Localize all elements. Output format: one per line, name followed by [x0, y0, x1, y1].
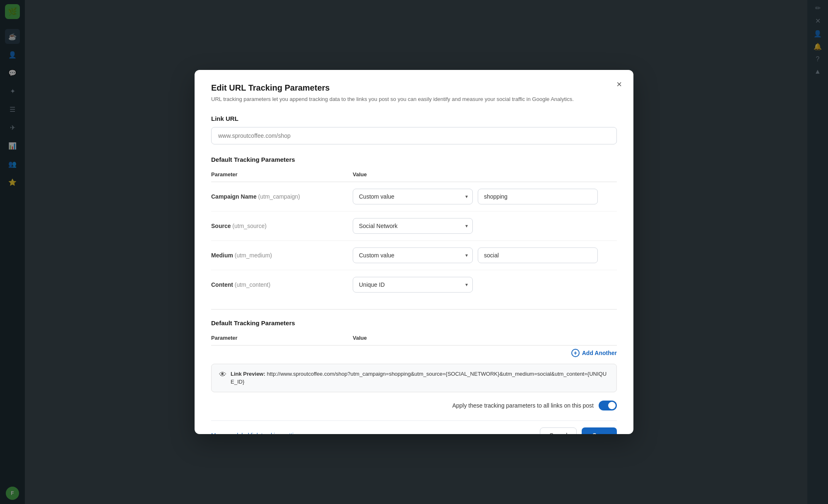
table-row: Content (utm_content) Custom value Socia… [211, 270, 617, 299]
campaign-value-fields: Custom value Social Network Unique ID Po… [353, 189, 617, 204]
medium-value-fields: Custom value Social Network Unique ID Po… [353, 247, 617, 263]
table-row: Medium (utm_medium) Custom value Social … [211, 241, 617, 270]
source-select-wrapper: Custom value Social Network Unique ID Po… [353, 218, 473, 234]
close-button[interactable]: × [616, 80, 622, 89]
link-url-input[interactable] [211, 127, 617, 144]
manage-link[interactable]: Manage global link tracking settings [211, 432, 303, 434]
table-header: Parameter Value [211, 168, 617, 182]
apply-text: Apply these tracking parameters to all l… [452, 402, 594, 409]
campaign-text-input[interactable] [478, 189, 598, 204]
modal-footer: Manage global link tracking settings Can… [211, 420, 617, 434]
value-col-header: Value [353, 171, 367, 178]
custom-param-col-header: Parameter [211, 335, 348, 341]
custom-table-header: Parameter Value [211, 331, 617, 346]
campaign-select-wrapper: Custom value Social Network Unique ID Po… [353, 189, 473, 204]
footer-buttons: Cancel Save [540, 427, 617, 434]
param-source-name: Source (utm_source) [211, 223, 348, 229]
add-another-row: + Add Another [211, 346, 617, 364]
param-content-name: Content (utm_content) [211, 281, 348, 288]
link-preview-box: 👁 Link Preview: http://www.sproutcoffee.… [211, 364, 617, 392]
section-divider [211, 309, 617, 310]
param-medium-name: Medium (utm_medium) [211, 252, 348, 259]
apply-row: Apply these tracking parameters to all l… [211, 401, 617, 410]
save-button[interactable]: Save [582, 427, 617, 434]
default-tracking-label: Default Tracking Parameters [211, 156, 617, 163]
add-another-label: Add Another [582, 350, 617, 356]
param-campaign-name: Campaign Name (utm_campaign) [211, 193, 348, 200]
link-url-label: Link URL [211, 115, 617, 122]
apply-toggle[interactable] [599, 401, 617, 410]
content-select-wrapper: Custom value Social Network Unique ID Po… [353, 277, 473, 293]
preview-url: http://www.sproutcoffee.com/shop?utm_cam… [231, 371, 607, 385]
campaign-select[interactable]: Custom value Social Network Unique ID Po… [353, 189, 473, 204]
custom-value-col-header: Value [353, 335, 367, 341]
modal-subtitle: URL tracking parameters let you append t… [211, 95, 617, 103]
cancel-button[interactable]: Cancel [540, 427, 577, 434]
modal-dialog: × Edit URL Tracking Parameters URL track… [195, 70, 633, 434]
source-select[interactable]: Custom value Social Network Unique ID Po… [353, 218, 473, 234]
medium-select[interactable]: Custom value Social Network Unique ID Po… [353, 247, 473, 263]
content-select[interactable]: Custom value Social Network Unique ID Po… [353, 277, 473, 293]
table-row: Source (utm_source) Custom value Social … [211, 211, 617, 241]
add-icon: + [571, 349, 580, 357]
custom-tracking-label: Default Tracking Parameters [211, 319, 617, 326]
modal-title: Edit URL Tracking Parameters [211, 83, 617, 93]
content-value-fields: Custom value Social Network Unique ID Po… [353, 277, 617, 293]
table-row: Campaign Name (utm_campaign) Custom valu… [211, 182, 617, 211]
medium-text-input[interactable] [478, 247, 598, 263]
source-value-fields: Custom value Social Network Unique ID Po… [353, 218, 617, 234]
preview-label: Link Preview: [231, 371, 265, 377]
add-another-button[interactable]: + Add Another [571, 349, 617, 357]
medium-select-wrapper: Custom value Social Network Unique ID Po… [353, 247, 473, 263]
toggle-slider [599, 401, 617, 410]
modal-backdrop: × Edit URL Tracking Parameters URL track… [0, 0, 828, 504]
param-col-header: Parameter [211, 171, 348, 178]
eye-icon: 👁 [219, 370, 226, 379]
link-preview-text: Link Preview: http://www.sproutcoffee.co… [231, 370, 609, 386]
